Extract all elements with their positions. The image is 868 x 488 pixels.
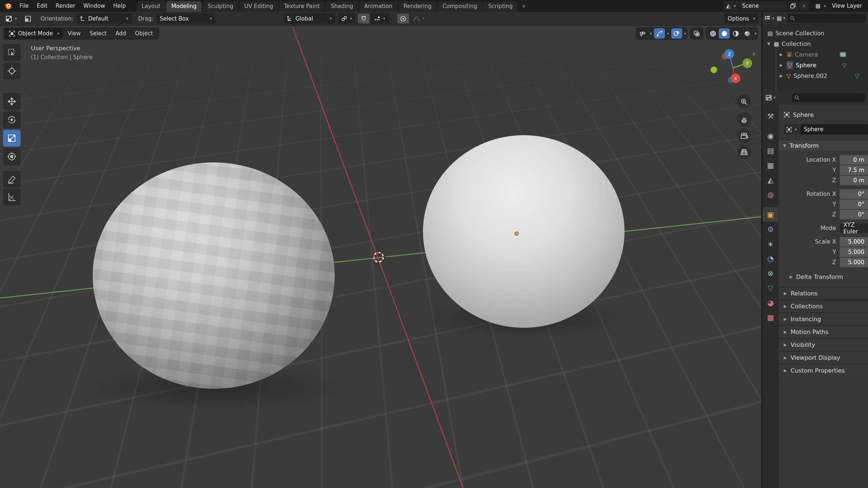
mode-dropdown[interactable]: Object Mode ▾ xyxy=(5,28,63,39)
shading-rendered-button[interactable] xyxy=(741,28,753,39)
location-x-field[interactable]: 0 m xyxy=(840,155,868,165)
object-id-dropdown[interactable]: ▾ xyxy=(784,124,800,134)
navigation-gizmo[interactable]: Z Y X xyxy=(708,43,760,94)
disclosure-right-icon[interactable]: ▶ xyxy=(779,52,784,57)
shading-wireframe-button[interactable] xyxy=(707,28,718,39)
pan-button[interactable] xyxy=(737,112,751,126)
move-tool-button[interactable] xyxy=(3,93,21,110)
outliner-row-sphere[interactable]: ▶ ▽ Sphere ▽ xyxy=(762,60,868,71)
tab-scripting[interactable]: Scripting xyxy=(483,1,518,12)
viewport-menu-view[interactable]: View xyxy=(64,28,85,39)
scene-selector-icon[interactable]: ◭▾ xyxy=(723,1,738,11)
options-dropdown[interactable]: Options ▾ xyxy=(725,14,758,24)
disclosure-right-icon[interactable]: ▶ xyxy=(779,63,784,68)
outliner-search-field[interactable] xyxy=(787,14,866,23)
proportional-editing-toggle[interactable] xyxy=(397,14,409,24)
properties-tab-object-data[interactable]: ▽ xyxy=(763,281,778,295)
scale-y-field[interactable]: 5.000 xyxy=(840,247,868,257)
properties-tab-constraints[interactable]: ⊗ xyxy=(763,266,778,281)
tab-animation[interactable]: Animation xyxy=(359,1,397,12)
transform-tool-button[interactable] xyxy=(3,148,21,165)
rotation-mode-dropdown[interactable]: XYZ Euler xyxy=(840,223,868,233)
outliner-editor-type-button[interactable]: ▾ xyxy=(765,15,775,21)
cursor-tool-button[interactable] xyxy=(3,62,21,79)
view-layer-selector-icon[interactable]: ▦▾ xyxy=(813,1,829,11)
shading-solid-button[interactable] xyxy=(719,28,730,39)
outliner-row-collection[interactable]: ▼ ▦ Collection xyxy=(762,39,868,49)
properties-tab-modifiers[interactable]: ⚙ xyxy=(763,222,778,237)
mesh-sphere-faceted[interactable] xyxy=(93,162,335,389)
snap-target-dropdown[interactable]: ▾ xyxy=(370,14,389,24)
mesh-sphere-smooth[interactable] xyxy=(423,135,625,328)
menu-help[interactable]: Help xyxy=(109,1,130,11)
add-workspace-button[interactable]: + xyxy=(519,1,529,12)
viewport-menu-select[interactable]: Select xyxy=(86,28,111,39)
disclosure-right-icon[interactable]: ▶ xyxy=(779,73,784,78)
properties-editor-type-button[interactable]: ▾ xyxy=(765,95,776,101)
outliner-display-mode-button[interactable]: ▦ ▾ xyxy=(777,15,786,22)
custom-properties-panel-header[interactable]: ▶Custom Properties xyxy=(779,364,868,377)
rotation-z-field[interactable]: 0° xyxy=(840,210,868,219)
properties-tab-material[interactable]: ◕ xyxy=(763,295,778,310)
visibility-panel-header[interactable]: ▶Visibility xyxy=(779,338,868,351)
breadcrumb-object-name[interactable]: Sphere xyxy=(793,111,814,118)
scale-x-field[interactable]: 5.000 xyxy=(840,237,868,247)
disclosure-down-icon[interactable]: ▼ xyxy=(766,42,771,46)
active-tool-button[interactable]: ▾ xyxy=(3,14,19,24)
viewport-menu-object[interactable]: Object xyxy=(131,28,157,39)
viewport-menu-add[interactable]: Add xyxy=(111,28,130,39)
location-z-field[interactable]: 0 m xyxy=(840,176,868,185)
annotate-tool-button[interactable] xyxy=(3,171,21,188)
select-box-tool-button[interactable] xyxy=(3,44,21,61)
delete-scene-button[interactable]: × xyxy=(799,1,809,11)
mesh-data-icon[interactable]: ▽ xyxy=(842,62,847,69)
properties-tab-scene[interactable]: ◭ xyxy=(763,173,778,187)
measure-tool-button[interactable] xyxy=(3,189,21,205)
properties-tab-physics[interactable]: ◔ xyxy=(763,251,778,266)
show-hide-dropdown[interactable] xyxy=(637,28,648,39)
orientation-dropdown[interactable]: Default ▾ xyxy=(77,14,132,24)
rotation-x-field[interactable]: 0° xyxy=(840,189,868,199)
outliner-row-scene-collection[interactable]: ▤ Scene Collection xyxy=(762,28,868,39)
mesh-data-icon[interactable]: ▽ xyxy=(855,72,859,79)
sidebar-collapse-arrow[interactable]: ‹ xyxy=(753,49,755,58)
camera-data-icon[interactable] xyxy=(839,51,847,58)
xray-toggle[interactable] xyxy=(691,28,702,39)
delta-transform-subpanel-header[interactable]: ▶ Delta Transform xyxy=(779,272,868,281)
properties-tab-particles[interactable]: ∗ xyxy=(763,237,778,251)
properties-tab-output[interactable]: ▤ xyxy=(763,143,778,158)
tab-compositing[interactable]: Compositing xyxy=(437,1,482,12)
camera-view-button[interactable] xyxy=(737,129,751,143)
scene-name-field[interactable]: Scene xyxy=(740,1,787,11)
pivot-point-dropdown[interactable]: ▾ xyxy=(338,14,355,24)
outliner-row-camera[interactable]: ▶ Camera xyxy=(762,49,868,60)
scale-z-field[interactable]: 5.000 xyxy=(840,258,868,267)
relations-panel-header[interactable]: ▶Relations xyxy=(779,287,868,299)
proportional-falloff-dropdown[interactable]: ▾ xyxy=(409,14,428,24)
properties-tab-object[interactable]: ▣ xyxy=(763,207,778,222)
tab-shading[interactable]: Shading xyxy=(326,1,358,12)
scale-tool-button[interactable] xyxy=(3,130,21,147)
overlays-toggle[interactable] xyxy=(671,28,682,39)
orthographic-toggle-button[interactable] xyxy=(737,145,751,159)
properties-tab-render[interactable]: ◉ xyxy=(763,129,778,143)
snap-toggle[interactable] xyxy=(358,14,370,24)
rotate-tool-button[interactable] xyxy=(3,111,21,128)
viewport-display-panel-header[interactable]: ▶Viewport Display xyxy=(779,351,868,364)
menu-window[interactable]: Window xyxy=(79,1,109,11)
transform-panel-header[interactable]: ▼ Transform xyxy=(779,140,868,151)
tab-modeling[interactable]: Modeling xyxy=(166,1,202,12)
view-layer-name[interactable]: View Layer xyxy=(830,3,864,9)
properties-search-field[interactable] xyxy=(792,93,865,102)
instancing-panel-header[interactable]: ▶Instancing xyxy=(779,312,868,325)
zoom-button[interactable] xyxy=(737,95,751,109)
new-scene-button[interactable] xyxy=(788,1,798,11)
location-y-field[interactable]: 7.5 m xyxy=(840,165,868,175)
object-name-field[interactable]: Sphere xyxy=(800,124,868,134)
menu-file[interactable]: File xyxy=(15,1,33,11)
menu-edit[interactable]: Edit xyxy=(33,1,51,11)
drag-dropdown[interactable]: Select Box ▾ xyxy=(156,14,215,24)
tool-settings-icon[interactable] xyxy=(22,14,34,24)
properties-tab-tool[interactable]: ⚒ xyxy=(763,109,778,123)
tab-sculpting[interactable]: Sculpting xyxy=(202,1,238,12)
